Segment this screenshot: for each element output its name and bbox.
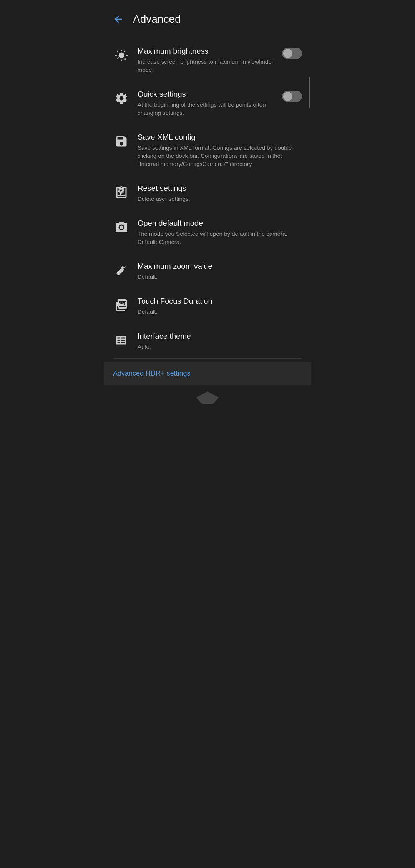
reset-subtitle: Delete user settings. xyxy=(138,195,302,203)
theme-icon-container xyxy=(113,332,130,349)
reset-title: Reset settings xyxy=(138,183,302,193)
page-title: Advanced xyxy=(133,13,181,25)
theme-title: Interface theme xyxy=(138,331,302,341)
save-xml-content: Save XML config Save settings in XML for… xyxy=(138,132,302,168)
quick-settings-icon-container xyxy=(113,90,130,107)
camera-icon xyxy=(115,220,128,234)
page-header: Advanced xyxy=(104,0,311,38)
camera-icon-container xyxy=(113,219,130,236)
brightness-icon xyxy=(115,48,128,62)
zoom-icon xyxy=(115,263,128,277)
theme-subtitle: Auto. xyxy=(138,343,302,351)
brightness-icon-container xyxy=(113,47,130,64)
save-xml-subtitle: Save settings in XML format. Configs are… xyxy=(138,144,302,168)
svg-rect-6 xyxy=(117,302,118,304)
settings-item-reset[interactable]: Reset settings Delete user settings. xyxy=(104,176,311,210)
quick-settings-toggle[interactable] xyxy=(282,91,302,102)
svg-rect-4 xyxy=(118,305,120,306)
settings-item-save-xml[interactable]: Save XML config Save settings in XML for… xyxy=(104,124,311,176)
bottom-section: Advanced HDR+ settings xyxy=(104,362,311,385)
theme-content: Interface theme Auto. xyxy=(138,331,302,351)
brightness-title: Maximum brightness xyxy=(138,46,274,56)
brightness-toggle-container[interactable] xyxy=(282,46,302,59)
settings-item-maximum-brightness[interactable]: Maximum brightness Increase screen brigh… xyxy=(104,38,311,81)
brightness-subtitle: Increase screen brightness to maximum in… xyxy=(138,58,274,74)
advanced-hdr-link[interactable]: Advanced HDR+ settings xyxy=(113,369,191,377)
default-mode-title: Open default mode xyxy=(138,218,302,228)
svg-point-0 xyxy=(120,54,123,57)
focus-icon xyxy=(115,298,128,312)
quick-settings-icon xyxy=(115,91,128,105)
section-divider xyxy=(113,358,302,359)
svg-rect-7 xyxy=(117,304,118,306)
settings-item-focus[interactable]: Touch Focus Duration Default. xyxy=(104,288,311,323)
save-xml-title: Save XML config xyxy=(138,132,302,142)
back-button[interactable] xyxy=(110,11,127,28)
brightness-toggle[interactable] xyxy=(282,48,302,59)
focus-subtitle: Default. xyxy=(138,308,302,316)
svg-rect-5 xyxy=(123,305,125,306)
bottom-bar xyxy=(104,385,311,410)
focus-content: Touch Focus Duration Default. xyxy=(138,296,302,316)
quick-settings-content: Quick settings At the beginning of the s… xyxy=(138,89,274,117)
home-indicator xyxy=(196,391,219,404)
settings-item-zoom[interactable]: Maximum zoom value Default. xyxy=(104,253,311,288)
quick-settings-title: Quick settings xyxy=(138,89,274,99)
scrollbar[interactable] xyxy=(309,77,310,108)
reset-icon-container xyxy=(113,184,130,201)
save-icon xyxy=(115,134,128,148)
focus-title: Touch Focus Duration xyxy=(138,296,302,306)
default-mode-subtitle: The mode you Selected will open by defau… xyxy=(138,230,302,246)
brightness-toggle-slider xyxy=(282,48,302,59)
settings-item-quick-settings[interactable]: Quick settings At the beginning of the s… xyxy=(104,81,311,124)
default-mode-content: Open default mode The mode you Selected … xyxy=(138,218,302,246)
zoom-icon-container xyxy=(113,262,130,279)
settings-item-default-mode[interactable]: Open default mode The mode you Selected … xyxy=(104,210,311,253)
settings-item-theme[interactable]: Interface theme Auto. xyxy=(104,323,311,358)
svg-rect-9 xyxy=(125,304,126,306)
svg-rect-2 xyxy=(118,300,120,301)
svg-rect-3 xyxy=(123,300,125,301)
reset-icon xyxy=(115,186,128,199)
quick-settings-subtitle: At the beginning of the settings will be… xyxy=(138,101,274,117)
brightness-content: Maximum brightness Increase screen brigh… xyxy=(138,46,274,74)
zoom-subtitle: Default. xyxy=(138,273,302,281)
focus-icon-container xyxy=(113,297,130,314)
theme-icon xyxy=(115,333,128,347)
zoom-content: Maximum zoom value Default. xyxy=(138,261,302,281)
zoom-title: Maximum zoom value xyxy=(138,261,302,271)
save-icon-container xyxy=(113,133,130,150)
quick-settings-toggle-container[interactable] xyxy=(282,89,302,102)
settings-list: Maximum brightness Increase screen brigh… xyxy=(104,38,311,358)
quick-settings-toggle-slider xyxy=(282,91,302,102)
reset-content: Reset settings Delete user settings. xyxy=(138,183,302,203)
svg-rect-8 xyxy=(125,302,126,304)
